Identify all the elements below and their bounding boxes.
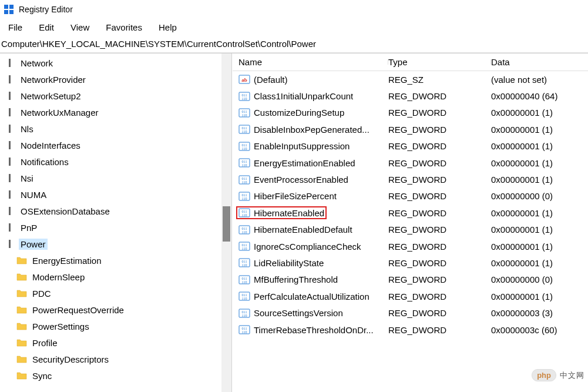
svg-text:110: 110 [242,280,247,284]
address-path: Computer\HKEY_LOCAL_MACHINE\SYSTEM\Curre… [1,39,316,49]
value-name-cell: 011110EnableInputSuppression [233,141,388,152]
value-row[interactable]: 011110CustomizeDuringSetupREG_DWORD0x000… [233,105,588,121]
svg-text:110: 110 [242,230,247,234]
tree-item-profile[interactable]: Profile [0,334,221,351]
binary-value-icon: 011110 [238,225,250,235]
value-data: 0x00000003 (3) [491,308,588,318]
value-data: (value not set) [491,75,588,85]
header-name[interactable]: Name [233,57,388,67]
value-row[interactable]: 011110HibernateEnabledREG_DWORD0x0000000… [233,205,588,221]
value-name-cell: 011110HiberFileSizePercent [233,191,388,202]
value-data: 0x0000003c (60) [491,325,588,335]
menu-bar: File Edit View Favorites Help [0,19,588,35]
tree-item-nls[interactable]: Nls [0,120,221,137]
binary-value-icon: 011110 [238,274,250,285]
tree-item-nsi[interactable]: Nsi [0,170,221,186]
tree-item-label: PowerSettings [31,321,91,332]
tree-item-notifications[interactable]: Notifications [0,153,221,170]
menu-file[interactable]: File [6,21,25,33]
value-row[interactable]: 011110EnableInputSuppressionREG_DWORD0x0… [233,138,588,155]
key-collapsed-icon [5,107,15,118]
key-collapsed-icon [5,123,15,134]
value-row[interactable]: 011110IgnoreCsComplianceCheckREG_DWORD0x… [233,238,588,254]
key-collapsed-icon [5,239,15,249]
tree-item-label: NetworkUxManager [19,107,100,118]
svg-rect-0 [4,5,8,9]
tree-item-power[interactable]: Power [0,236,221,252]
tree-item-networkuxmanager[interactable]: NetworkUxManager [0,104,221,120]
key-collapsed-icon [5,173,15,183]
binary-value-icon: 011110 [238,207,250,218]
tree-item-osextensiondatabase[interactable]: OSExtensionDatabase [0,203,221,219]
value-name: EnergyEstimationEnabled [254,158,355,168]
svg-text:110: 110 [242,97,247,100]
header-type[interactable]: Type [388,57,491,67]
tree-item-label: NodeInterfaces [19,140,82,151]
tree-item-energyestimation[interactable]: EnergyEstimation [0,252,221,269]
tree-item-powersettings[interactable]: PowerSettings [0,318,221,334]
value-row[interactable]: 011110HibernateEnabledDefaultREG_DWORD0x… [233,222,588,238]
tree-item-nodeinterfaces[interactable]: NodeInterfaces [0,137,221,153]
value-data: 0x00000001 (1) [491,258,588,268]
header-data[interactable]: Data [491,57,588,67]
binary-value-icon: 011110 [238,108,250,118]
binary-value-icon: 011110 [238,241,250,252]
tree-item-numa[interactable]: NUMA [0,186,221,203]
values-panel: Name Type Data ab(Default)REG_SZ(value n… [232,53,588,392]
value-row[interactable]: 011110MfBufferingThresholdREG_DWORD0x000… [233,272,588,288]
value-row[interactable]: 011110Class1InitialUnparkCountREG_DWORD0… [233,88,588,104]
tree-item-securitydescriptors[interactable]: SecurityDescriptors [0,351,221,367]
title-bar: Registry Editor [0,0,588,19]
value-name-cell: 011110Class1InitialUnparkCount [233,91,388,102]
value-row[interactable]: ab(Default)REG_SZ(value not set) [233,71,588,88]
tree-item-pnp[interactable]: PnP [0,219,221,236]
binary-value-icon: 011110 [238,324,250,335]
svg-text:110: 110 [242,180,247,184]
svg-rect-3 [9,10,14,14]
value-type: REG_DWORD [388,274,491,284]
value-row[interactable]: 011110PerfCalculateActualUtilizationREG_… [233,288,588,304]
tree-scrollbar[interactable] [221,53,231,392]
menu-edit[interactable]: Edit [36,21,56,33]
svg-text:110: 110 [242,263,247,267]
tree-item-label: SecurityDescriptors [31,354,110,365]
menu-help[interactable]: Help [156,21,179,33]
value-data: 0x00000001 (1) [491,175,588,185]
svg-text:110: 110 [242,113,247,117]
menu-favorites[interactable]: Favorites [103,21,145,33]
value-data: 0x00000001 (1) [491,141,588,151]
value-row[interactable]: 011110TimerRebaseThresholdOnDr...REG_DWO… [233,321,588,338]
value-name: CustomizeDuringSetup [254,108,344,118]
tree-item-sync[interactable]: Sync [0,367,221,384]
value-name: DisableInboxPepGenerated... [254,125,369,135]
value-row[interactable]: 011110SourceSettingsVersionREG_DWORD0x00… [233,304,588,321]
value-row[interactable]: 011110LidReliabilityStateREG_DWORD0x0000… [233,254,588,271]
address-bar[interactable]: Computer\HKEY_LOCAL_MACHINE\SYSTEM\Curre… [0,35,588,53]
key-collapsed-icon [5,140,15,150]
value-type: REG_DWORD [388,125,491,135]
tree-item-powerrequestoverride[interactable]: PowerRequestOverride [0,301,221,318]
value-name-cell: 011110EnergyEstimationEnabled [233,158,388,168]
key-collapsed-icon [5,74,15,85]
value-name-cell: 011110HibernateEnabled [233,206,388,219]
tree-scrollbar-thumb[interactable] [223,206,230,242]
key-collapsed-icon [5,156,15,167]
tree-item-pdc[interactable]: PDC [0,285,221,301]
value-row[interactable]: 011110EventProcessorEnabledREG_DWORD0x00… [233,171,588,187]
svg-rect-2 [4,10,8,14]
tree-item-networkprovider[interactable]: NetworkProvider [0,71,221,88]
value-row[interactable]: 011110EnergyEstimationEnabledREG_DWORD0x… [233,155,588,171]
watermark: php 中文网 [532,369,584,381]
value-name: (Default) [254,75,288,85]
tree-item-network[interactable]: Network [0,55,221,71]
svg-text:110: 110 [242,130,247,133]
value-name: EventProcessorEnabled [254,175,348,185]
menu-view[interactable]: View [68,21,92,33]
value-row[interactable]: 011110DisableInboxPepGenerated...REG_DWO… [233,121,588,138]
value-row[interactable]: 011110HiberFileSizePercentREG_DWORD0x000… [233,188,588,205]
value-data: 0x00000001 (1) [491,158,588,168]
tree-item-label: Nsi [19,173,35,184]
value-name-cell: 011110HibernateEnabledDefault [233,225,388,235]
tree-item-modernsleep[interactable]: ModernSleep [0,269,221,285]
tree-item-networksetup2[interactable]: NetworkSetup2 [0,88,221,104]
